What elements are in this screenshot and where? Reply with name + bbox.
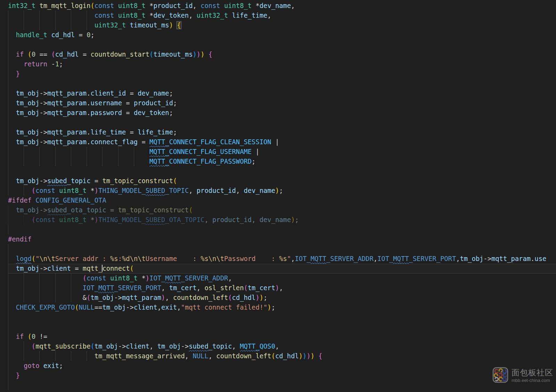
code-line[interactable]: tm_obj->mqtt_param.connect_flag = MQTT_C… bbox=[8, 137, 556, 147]
code-line[interactable] bbox=[8, 118, 556, 128]
token: != bbox=[35, 333, 47, 340]
code-line[interactable]: goto exit; bbox=[8, 361, 556, 371]
token: uint8_t bbox=[118, 12, 146, 19]
code-line[interactable]: } bbox=[8, 69, 556, 79]
code-line[interactable]: CHECK_EXPR_GOTO(NULL==tm_obj->client,exi… bbox=[8, 303, 556, 312]
code-line[interactable]: tm_mqtt_message_arrived, NULL, countdown… bbox=[8, 351, 556, 361]
token: & bbox=[83, 294, 87, 301]
indent-guides bbox=[8, 351, 95, 361]
code-editor[interactable]: int32_t tm_mqtt_login(const uint8_t *pro… bbox=[0, 0, 556, 390]
token: ) bbox=[267, 304, 271, 311]
token: = bbox=[106, 206, 118, 214]
token: * bbox=[90, 187, 94, 194]
watermark: 面包板社区 mbb.eet-china.com bbox=[492, 367, 553, 384]
token: tm_obj bbox=[16, 90, 40, 97]
token: cd_hdl bbox=[51, 31, 75, 39]
token bbox=[35, 2, 39, 9]
token: cd_hdl bbox=[275, 352, 299, 360]
code-line[interactable]: tm_obj->mqtt_param.password = dev_token; bbox=[8, 108, 556, 118]
token: ; bbox=[59, 60, 63, 68]
token: countdown_left bbox=[173, 294, 228, 301]
token: , bbox=[279, 284, 283, 292]
indent-guides bbox=[8, 79, 16, 89]
token: exit bbox=[161, 304, 177, 311]
token: CONFIG_GENERAL_OTA bbox=[35, 197, 106, 204]
token: cd_hdl bbox=[232, 294, 256, 301]
token: -> bbox=[39, 90, 47, 97]
code-line[interactable]: return -1; bbox=[8, 59, 556, 69]
code-line[interactable]: &(tm_obj->mqtt_param), countdown_left(cd… bbox=[8, 293, 556, 303]
token: life_time bbox=[232, 12, 268, 19]
code-line[interactable]: MQTT_CONNECT_FLAG_USERNAME | bbox=[8, 147, 556, 157]
code-line[interactable]: if (0 == (cd_hdl = countdown_start(timeo… bbox=[8, 50, 556, 59]
token: , bbox=[165, 294, 173, 301]
token bbox=[114, 12, 118, 19]
token: handle_t bbox=[16, 31, 47, 39]
token: ( bbox=[32, 255, 35, 262]
code-line[interactable]: #ifdef CONFIG_GENERAL_OTA bbox=[8, 196, 556, 205]
token: ( bbox=[90, 2, 94, 9]
code-line[interactable]: const uint8_t *dev_token, uint32_t life_… bbox=[8, 11, 556, 21]
indent-guides bbox=[8, 11, 95, 21]
token: -> bbox=[39, 138, 47, 146]
code-line[interactable]: tm_obj->subed_ota_topic = tm_topic_const… bbox=[8, 205, 556, 215]
code-line[interactable]: uint32_t timeout_ms) { bbox=[8, 21, 556, 30]
code-line[interactable]: tm_obj->mqtt_param.life_time = life_time… bbox=[8, 128, 556, 137]
token: , bbox=[149, 343, 157, 350]
code-line[interactable]: IOT_MQTT_SERVER_PORT, tm_cert, osl_strle… bbox=[8, 283, 556, 293]
token: ) bbox=[193, 51, 197, 58]
token: %s bbox=[110, 255, 118, 262]
token: = bbox=[126, 90, 138, 97]
code-line[interactable]: (const uint8_t *)THING_MODEL_SUBED_TOPIC… bbox=[8, 186, 556, 196]
code-line[interactable] bbox=[8, 244, 556, 254]
token: QOS0 bbox=[260, 343, 275, 350]
token: ( bbox=[90, 343, 94, 350]
token: = bbox=[126, 129, 138, 136]
token: ( bbox=[32, 187, 35, 194]
code-line[interactable]: tm_obj->mqtt_param.client_id = dev_name; bbox=[8, 89, 556, 98]
token: tm_obj bbox=[95, 343, 118, 350]
code-line[interactable]: } bbox=[8, 371, 556, 381]
token: dev_name bbox=[260, 216, 291, 223]
code-line[interactable]: tm_obj->mqtt_param.username = product_id… bbox=[8, 98, 556, 108]
code-line-current[interactable]: tm_obj->client = mqtt_connect( bbox=[8, 264, 556, 273]
code-line[interactable] bbox=[8, 381, 556, 390]
token: subed bbox=[47, 177, 67, 185]
token: ( bbox=[28, 333, 32, 340]
code-line[interactable]: (const uint8_t *)IOT_MQTT_SERVER_ADDR, bbox=[8, 273, 556, 283]
code-line[interactable]: MQTT_CONNECT_FLAG_PASSWORD; bbox=[8, 157, 556, 166]
token: const bbox=[201, 2, 220, 9]
token: life_time bbox=[90, 129, 126, 136]
token bbox=[252, 2, 255, 9]
code-line[interactable]: (mqtt_subscribe(tm_obj->client, tm_obj->… bbox=[8, 342, 556, 351]
code-line[interactable] bbox=[8, 312, 556, 322]
code-line[interactable]: if (0 != bbox=[8, 332, 556, 342]
token: tm_obj bbox=[16, 109, 40, 116]
code-line[interactable]: logd("\n\tServer addr : %s:%d\n\tUsernam… bbox=[8, 254, 556, 264]
code-line[interactable] bbox=[8, 322, 556, 332]
token: , bbox=[374, 255, 377, 262]
code-line[interactable]: handle_t cd_hdl = 0; bbox=[8, 30, 556, 40]
token: , bbox=[161, 284, 169, 292]
token: -> bbox=[39, 109, 47, 116]
token: ) bbox=[275, 284, 279, 292]
indent-guides bbox=[8, 244, 16, 254]
code-line[interactable]: (const uint8_t *)THING_MODEL_SUBED_OTA_T… bbox=[8, 215, 556, 225]
token: 0 bbox=[87, 31, 90, 39]
code-line[interactable]: int32_t tm_mqtt_login(const uint8_t *pro… bbox=[8, 1, 556, 11]
code-line[interactable] bbox=[8, 225, 556, 235]
token: , bbox=[193, 2, 201, 9]
code-line[interactable]: #endif bbox=[8, 235, 556, 244]
token bbox=[204, 51, 208, 58]
token: ; bbox=[252, 158, 255, 165]
token: mqtt_param bbox=[47, 99, 87, 107]
code-line[interactable] bbox=[8, 166, 556, 176]
watermark-url: mbb.eet-china.com bbox=[512, 378, 553, 383]
code-line[interactable] bbox=[8, 79, 556, 89]
token: , bbox=[208, 352, 216, 360]
code-line[interactable] bbox=[8, 40, 556, 50]
token: MQTT_ bbox=[240, 343, 260, 350]
token: ( bbox=[130, 265, 134, 272]
code-line[interactable]: tm_obj->subed_topic = tm_topic_construct… bbox=[8, 176, 556, 186]
indent-guides bbox=[8, 264, 16, 273]
